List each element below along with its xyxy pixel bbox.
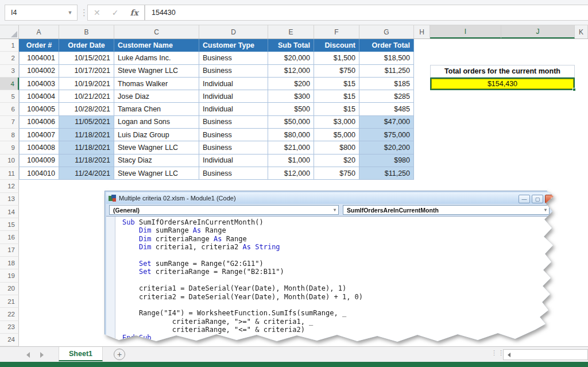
cell[interactable]: Business (199, 65, 268, 78)
cell[interactable]: 1004003 (19, 78, 59, 90)
cell[interactable]: Individual (199, 103, 268, 115)
row-header-3[interactable]: 3 (0, 65, 19, 78)
minimize-button[interactable]: — (519, 195, 530, 203)
column-header-G[interactable]: G (359, 25, 414, 38)
cell[interactable]: 10/15/2021 (59, 52, 114, 64)
row-header-21[interactable]: 21 (0, 295, 19, 308)
summary-label-cell[interactable]: Total orders for the current month (430, 65, 575, 78)
cancel-icon[interactable]: ✕ (94, 8, 100, 17)
close-button[interactable]: ✕ (545, 195, 560, 203)
cell[interactable]: 10/19/2021 (59, 78, 114, 90)
cell[interactable]: $3,000 (314, 116, 359, 129)
cell[interactable]: $750 (314, 167, 359, 180)
formula-input[interactable]: 154430 (145, 5, 588, 21)
cell[interactable]: $75,000 (359, 129, 414, 141)
cell[interactable]: $12,000 (268, 65, 314, 78)
header-cell[interactable]: Order Date (59, 39, 114, 52)
column-header-D[interactable]: D (199, 25, 268, 38)
cell[interactable]: 1004005 (19, 103, 59, 115)
cell[interactable]: Thomas Walker (114, 78, 199, 90)
column-header-J[interactable]: J (501, 25, 575, 38)
column-header-H[interactable]: H (414, 25, 430, 38)
row-header-13[interactable]: 13 (0, 193, 19, 206)
cell[interactable]: $750 (314, 65, 359, 78)
cell[interactable]: 11/18/2021 (59, 141, 114, 154)
column-header-I[interactable]: I (430, 25, 501, 38)
row-header-23[interactable]: 23 (0, 321, 19, 334)
row-header-10[interactable]: 10 (0, 154, 19, 167)
cell[interactable]: $20,200 (359, 141, 414, 154)
column-header-C[interactable]: C (114, 25, 199, 38)
row-header-17[interactable]: 17 (0, 244, 19, 257)
cell[interactable]: Individual (199, 154, 268, 167)
name-box[interactable]: I4 ▼ (5, 5, 78, 21)
name-box-caret-icon[interactable]: ▼ (63, 10, 77, 16)
insert-function-icon[interactable]: fx (130, 8, 138, 17)
cell[interactable]: 11/24/2021 (59, 167, 114, 180)
cell[interactable]: 1004002 (19, 65, 59, 78)
cell[interactable]: 11/18/2021 (59, 154, 114, 167)
cell[interactable]: Business (199, 141, 268, 154)
row-header-12[interactable]: 12 (0, 180, 19, 192)
vba-title-bar[interactable]: Multiple criteria 02.xlsm - Module1 (Cod… (106, 192, 559, 204)
cell[interactable]: Individual (199, 90, 268, 103)
horizontal-scrollbar[interactable] (503, 349, 588, 360)
sheet-tab-sheet1[interactable]: Sheet1 (59, 347, 103, 361)
cell[interactable]: Luke Adams Inc. (114, 52, 199, 64)
scroll-left-icon[interactable] (508, 353, 510, 357)
cell[interactable]: Stacy Diaz (114, 154, 199, 167)
cell[interactable]: 1004008 (19, 141, 59, 154)
row-header-19[interactable]: 19 (0, 269, 19, 282)
header-cell[interactable]: Order # (19, 39, 59, 52)
row-header-24[interactable]: 24 (0, 334, 19, 346)
column-header-A[interactable]: A (19, 25, 59, 38)
cell[interactable]: $485 (359, 103, 414, 115)
cell[interactable]: $5,000 (314, 129, 359, 141)
cell[interactable]: Business (199, 116, 268, 129)
cell[interactable]: 11/18/2021 (59, 129, 114, 141)
header-cell[interactable]: Order Total (359, 39, 414, 52)
cell[interactable]: Business (199, 129, 268, 141)
cell[interactable]: 1004006 (19, 116, 59, 129)
cell[interactable]: Logan and Sons (114, 116, 199, 129)
row-header-6[interactable]: 6 (0, 103, 19, 115)
enter-icon[interactable]: ✓ (112, 8, 119, 17)
row-header-8[interactable]: 8 (0, 129, 19, 141)
cell[interactable]: 1004010 (19, 167, 59, 180)
cell[interactable]: Steve Wagner LLC (114, 167, 199, 180)
cell[interactable]: $11,250 (359, 167, 414, 180)
cell[interactable]: 1004009 (19, 154, 59, 167)
cell[interactable]: $15 (314, 90, 359, 103)
cell[interactable]: Luis Diaz Group (114, 129, 199, 141)
cell[interactable]: Individual (199, 78, 268, 90)
row-header-7[interactable]: 7 (0, 116, 19, 129)
cell[interactable]: $21,000 (268, 141, 314, 154)
code-editor[interactable]: Sub SumIfOrdersAreInCurrentMonth() Dim s… (106, 216, 561, 350)
cell[interactable]: $47,000 (359, 116, 414, 129)
cell[interactable]: $20 (314, 154, 359, 167)
column-header-E[interactable]: E (268, 25, 314, 38)
row-header-20[interactable]: 20 (0, 283, 19, 295)
row-header-11[interactable]: 11 (0, 167, 19, 180)
cell[interactable]: $500 (268, 103, 314, 115)
column-header-K[interactable]: K (575, 25, 588, 38)
fill-handle[interactable] (572, 88, 576, 91)
procedure-dropdown[interactable]: SumIfOrdersAreInCurrentMonth ▾ (343, 205, 550, 215)
cell[interactable]: $1,500 (314, 52, 359, 64)
cell[interactable]: Business (199, 167, 268, 180)
row-header-18[interactable]: 18 (0, 257, 19, 269)
cell[interactable]: $20,000 (268, 52, 314, 64)
object-dropdown[interactable]: (General) ▾ (109, 205, 339, 215)
cell[interactable]: 11/05/2021 (59, 116, 114, 129)
row-header-14[interactable]: 14 (0, 206, 19, 218)
cell[interactable]: $15 (314, 78, 359, 90)
code-lines[interactable]: Sub SumIfOrdersAreInCurrentMonth() Dim s… (122, 218, 561, 350)
row-header-16[interactable]: 16 (0, 231, 19, 244)
cell[interactable]: $18,500 (359, 52, 414, 64)
header-cell[interactable]: Customer Name (114, 39, 199, 52)
row-header-5[interactable]: 5 (0, 90, 19, 103)
cell[interactable]: 1004004 (19, 90, 59, 103)
cell[interactable]: 10/28/2021 (59, 103, 114, 115)
tab-nav-left-icon[interactable] (26, 352, 30, 358)
cell[interactable]: $12,000 (268, 167, 314, 180)
